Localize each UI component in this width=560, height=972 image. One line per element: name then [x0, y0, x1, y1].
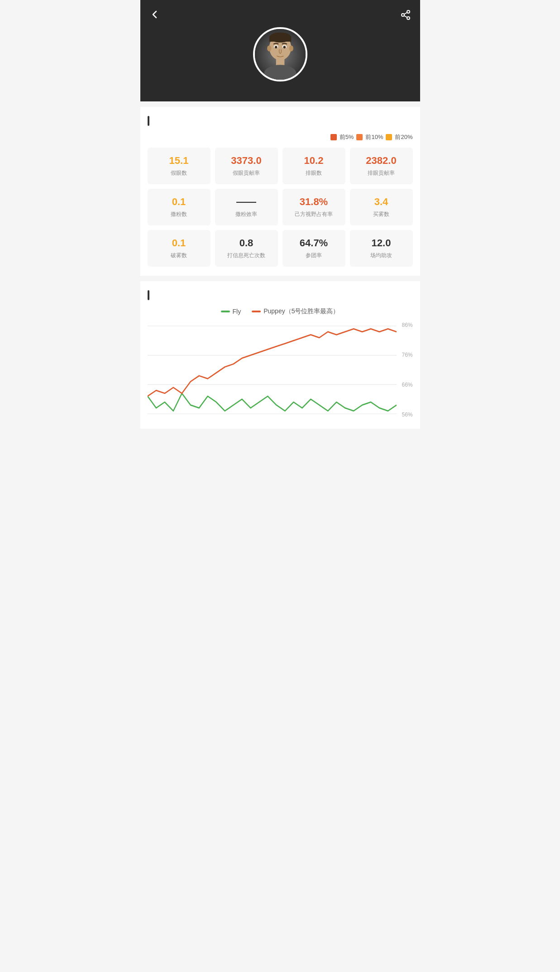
header	[140, 0, 420, 101]
avatar	[253, 27, 307, 81]
legend-dot-5pct	[330, 134, 337, 140]
stat-card: 3373.0假眼贡献率	[215, 148, 278, 184]
y-axis-label: 56%	[402, 412, 412, 418]
chart-container: 86%76%66%56%	[148, 320, 413, 420]
stat-card: 15.1假眼数	[148, 148, 211, 184]
chart-legend-item: Puppey（5号位胜率最高）	[252, 307, 339, 316]
stat-value: 0.1	[172, 196, 186, 208]
stats-grid: 15.1假眼数3373.0假眼贡献率10.2排眼数2382.0排眼贡献率0.1撒…	[148, 148, 413, 267]
nav-bar	[140, 9, 420, 23]
stat-card: 0.8打信息死亡次数	[215, 230, 278, 267]
stat-card: 64.7%参团率	[282, 230, 345, 267]
legend-dot-20pct	[386, 134, 392, 140]
stat-value: 3373.0	[231, 155, 261, 167]
svg-point-2	[407, 17, 410, 19]
stats-section-title	[148, 116, 413, 126]
legend-dot-10pct	[356, 134, 363, 140]
stat-label: 撒粉数	[171, 211, 187, 218]
stat-label: 买雾数	[373, 211, 389, 218]
stat-label: 假眼贡献率	[233, 169, 260, 177]
chart-section: FlyPuppey（5号位胜率最高） 86%76%66%56%	[140, 281, 420, 429]
stats-section: 前5% 前10% 前20% 15.1假眼数3373.0假眼贡献率10.2排眼数2…	[140, 107, 420, 276]
stat-value: 0.8	[239, 237, 254, 249]
chart-legend-item: Fly	[221, 307, 241, 316]
stat-card: 12.0场均助攻	[350, 230, 413, 267]
stat-card: 10.2排眼数	[282, 148, 345, 184]
stat-value: 31.8%	[300, 196, 328, 208]
svg-line-4	[404, 12, 407, 14]
stat-value: 3.4	[374, 196, 388, 208]
stats-legend-row: 前5% 前10% 前20%	[148, 133, 413, 141]
stat-value: 0.1	[172, 237, 186, 249]
stat-label: 己方视野占有率	[295, 211, 333, 218]
stat-label: 撒粉效率	[235, 211, 257, 218]
svg-rect-10	[269, 38, 291, 42]
svg-point-12	[289, 45, 293, 51]
y-axis-label: 76%	[402, 352, 412, 358]
stat-card: 0.1撒粉数	[148, 189, 211, 225]
legend-label-20pct: 前20%	[395, 133, 412, 141]
back-button[interactable]	[149, 9, 160, 23]
chart-legend-label: Puppey（5号位胜率最高）	[263, 307, 339, 316]
svg-point-0	[407, 10, 410, 13]
stat-value: ——	[236, 196, 256, 208]
chart-legend-line	[252, 311, 261, 312]
stat-card: 31.8%己方视野占有率	[282, 189, 345, 225]
stat-card: ——撒粉效率	[215, 189, 278, 225]
legend-label-10pct: 前10%	[365, 133, 383, 141]
stat-value: 64.7%	[300, 237, 328, 249]
chart-title-bar	[148, 290, 149, 300]
svg-point-16	[283, 46, 286, 48]
stat-card: 3.4买雾数	[350, 189, 413, 225]
svg-point-15	[274, 46, 277, 48]
stat-label: 排眼数	[306, 169, 322, 177]
share-button[interactable]	[400, 10, 411, 23]
stat-value: 2382.0	[366, 155, 396, 167]
stat-label: 假眼数	[171, 169, 187, 177]
chart-legend: FlyPuppey（5号位胜率最高）	[148, 307, 413, 316]
stat-value: 15.1	[169, 155, 189, 167]
stat-label: 参团率	[306, 252, 322, 259]
chart-legend-label: Fly	[233, 308, 241, 315]
chart-y-labels: 86%76%66%56%	[402, 320, 412, 420]
y-axis-label: 86%	[402, 322, 412, 328]
legend-label-5pct: 前5%	[340, 133, 354, 141]
chart-section-title	[148, 290, 413, 300]
y-axis-label: 66%	[402, 382, 412, 388]
stat-label: 排眼贡献率	[368, 169, 395, 177]
stat-card: 2382.0排眼贡献率	[350, 148, 413, 184]
stat-label: 场均助攻	[370, 252, 392, 259]
stat-value: 10.2	[304, 155, 324, 167]
stat-label: 打信息死亡次数	[227, 252, 265, 259]
chart-legend-line	[221, 311, 230, 312]
stat-card: 0.1破雾数	[148, 230, 211, 267]
svg-line-3	[404, 15, 407, 17]
title-bar-decoration	[148, 116, 149, 126]
svg-point-1	[402, 14, 404, 16]
stat-value: 12.0	[372, 237, 391, 249]
stat-label: 破雾数	[171, 252, 187, 259]
svg-point-11	[267, 45, 271, 51]
